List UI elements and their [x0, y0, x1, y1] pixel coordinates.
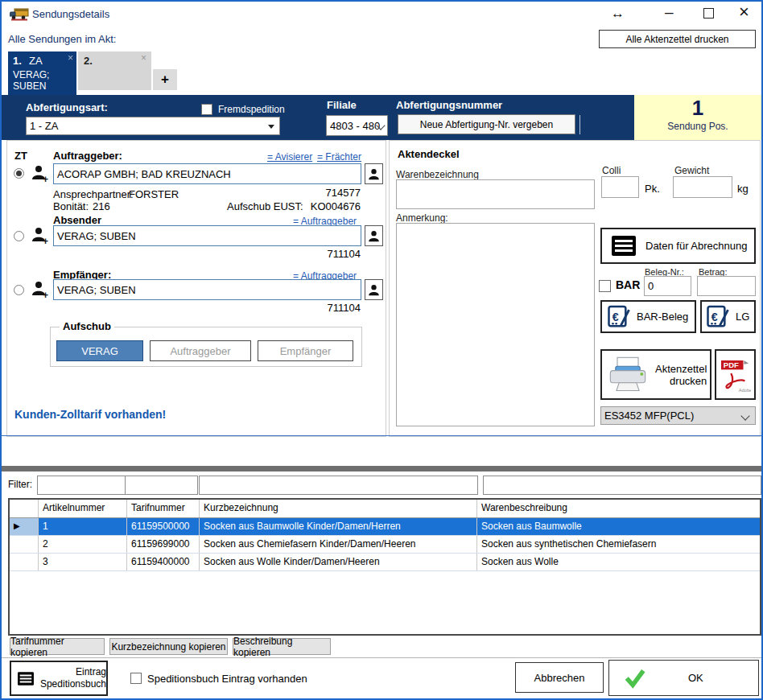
col-warenbeschreibung[interactable]: Warenbeschreibung — [477, 500, 760, 517]
printer-icon — [607, 356, 649, 394]
print-all-aktenzettel-button[interactable]: Alle Aktenzettel drucken — [599, 30, 756, 48]
tab1-close-icon[interactable]: × — [68, 52, 73, 64]
fraechter-link[interactable]: = Frächter — [317, 151, 361, 163]
svg-text:+: + — [43, 174, 48, 183]
absender-input[interactable] — [53, 225, 361, 246]
copy-beschreibung-button[interactable]: Beschreibung kopieren — [233, 638, 331, 655]
splitter[interactable] — [2, 466, 761, 471]
pos-label: Sendung Pos. — [634, 121, 761, 132]
lg-button[interactable]: € LG — [700, 300, 756, 333]
filiale-select[interactable]: 4803 - 480 — [326, 115, 388, 136]
eintrag-speditionsbuch-button[interactable]: Eintrag Speditionsbuch — [10, 661, 108, 696]
resize-horizontal-icon[interactable]: ↔ — [611, 6, 625, 22]
aufschub-auftraggeber-button[interactable]: Auftraggeber — [150, 340, 251, 361]
person-add-icon[interactable]: + — [31, 164, 50, 183]
empfaenger-contact-button[interactable] — [365, 279, 383, 300]
copy-tarifnummer-button[interactable]: Tarifnummer kopieren — [10, 638, 105, 655]
copy-kurzbezeichnung-button[interactable]: Kurzbezeichnung kopieren — [109, 638, 228, 655]
tab1-type: ZA — [29, 55, 43, 67]
filter-kurzbezeichnung-input[interactable] — [199, 476, 478, 495]
maximize-icon[interactable] — [703, 8, 714, 19]
betrag-input[interactable] — [697, 276, 756, 296]
cell-warenbeschreibung: Socken aus Baumwolle — [477, 518, 760, 535]
list-icon — [18, 669, 34, 688]
row-selector[interactable] — [10, 536, 39, 553]
colli-label: Colli — [602, 165, 621, 176]
row-selector[interactable] — [10, 554, 39, 570]
svg-text:€: € — [711, 311, 718, 323]
bonitaet-label: Bonität: — [53, 200, 89, 212]
tab1-line2: SUBEN — [13, 80, 46, 92]
tab2-close-icon[interactable]: × — [141, 52, 146, 64]
ok-button[interactable]: OK — [608, 660, 759, 696]
anmerkung-label: Anmerkung: — [396, 212, 448, 224]
empfaenger-input[interactable] — [53, 279, 361, 300]
beleg-nr-input[interactable] — [644, 276, 691, 296]
cell-artikelnummer: 3 — [39, 554, 127, 570]
bar-checkbox[interactable] — [599, 280, 611, 292]
col-artikelnummer[interactable]: Artikelnummer — [39, 500, 127, 517]
person-icon — [368, 167, 380, 181]
colli-input[interactable] — [601, 176, 639, 198]
svg-text:+: + — [43, 290, 48, 299]
gewicht-input[interactable] — [673, 176, 732, 198]
aufschub-verag-button[interactable]: VERAG — [56, 340, 143, 361]
tab2-number: 2. — [84, 55, 93, 67]
filter-label: Filter: — [8, 479, 32, 490]
shipment-tab-2[interactable]: 2. × — [78, 51, 151, 90]
absender-contact-button[interactable] — [365, 225, 383, 246]
table-row[interactable]: 2 61159699000 Socken aus Chemiefasern Ki… — [10, 536, 760, 554]
zt-radio-absender[interactable] — [14, 231, 24, 241]
pk-label: Pk. — [645, 183, 660, 195]
warenbezeichnung-input[interactable] — [396, 179, 595, 209]
pdf-button[interactable]: PDF Adobe — [715, 349, 756, 400]
printer-select[interactable]: ES3452 MFP(PCL) — [600, 406, 756, 425]
speditionsbuch-checkbox[interactable] — [130, 673, 142, 684]
sendungsdetails-window: Sendungsdetails ↔ – × Alle Sendungen im … — [0, 0, 763, 700]
abbrechen-button[interactable]: Abbrechen — [515, 662, 604, 693]
bar-beleg-button[interactable]: € BAR-Beleg — [600, 300, 696, 333]
aktenzettel-drucken-button[interactable]: Aktenzettel drucken — [600, 349, 711, 400]
daten-abrechnung-button[interactable]: Daten für Abrechnung — [600, 228, 756, 264]
zt-radio-empfaenger[interactable] — [14, 285, 24, 295]
table-row[interactable]: 3 61159400000 Socken aus Wolle Kinder/Da… — [10, 554, 760, 571]
col-tarifnummer[interactable]: Tarifnummer — [127, 500, 200, 517]
add-shipment-tab-button[interactable]: + — [153, 69, 177, 90]
aktenzettel-label-line2: drucken — [670, 375, 707, 387]
abfertigungsart-select[interactable]: 1 - ZA — [26, 117, 280, 135]
person-add-icon[interactable]: + — [31, 226, 50, 245]
aufschub-group-label: Aufschub — [60, 320, 114, 332]
lg-label: LG — [736, 311, 749, 323]
minimize-icon[interactable]: – — [665, 3, 674, 21]
bar-beleg-label: BAR-Beleg — [637, 311, 688, 323]
empfaenger-number: 711104 — [280, 302, 361, 314]
shipment-tab-1[interactable]: 1. ZA × VERAG; SUBEN — [8, 51, 76, 95]
ok-label: OK — [688, 672, 703, 684]
divider — [2, 657, 761, 658]
aufschub-empfaenger-button[interactable]: Empfänger — [258, 340, 353, 361]
cell-warenbeschreibung: Socken aus synthetischen Chemiefasern — [477, 536, 760, 553]
col-kurzbezeichnung[interactable]: Kurzbezeichnung — [200, 500, 477, 517]
anmerkung-input[interactable] — [396, 223, 595, 426]
speditionsbuch-checkbox-label: Speditionsbuch Eintrag vorhanden — [147, 673, 307, 685]
auftraggeber-input[interactable] — [53, 163, 361, 184]
kg-label: kg — [737, 183, 749, 195]
fremdspedition-label: Fremdspedition — [218, 104, 285, 115]
table-row[interactable]: ▶ 1 61159500000 Socken aus Baumwolle Kin… — [10, 518, 760, 536]
row-selector-header — [10, 500, 39, 517]
dropdown-arrow-icon — [268, 125, 274, 129]
filter-tarifnummer-input[interactable] — [125, 476, 198, 495]
filter-warenbeschreibung-input[interactable] — [483, 476, 761, 495]
person-add-icon[interactable]: + — [31, 280, 50, 299]
zt-radio-auftraggeber[interactable] — [14, 168, 24, 179]
cell-kurzbezeichnung: Socken aus Chemiefasern Kinder/Damen/Hee… — [200, 536, 477, 553]
gewicht-label: Gewicht — [674, 165, 709, 176]
close-icon[interactable]: × — [739, 2, 749, 23]
daten-abrechnung-label: Daten für Abrechnung — [645, 240, 747, 252]
auftraggeber-contact-button[interactable] — [365, 163, 383, 184]
list-icon — [612, 236, 636, 256]
filter-artikelnummer-input[interactable] — [37, 476, 126, 495]
person-icon — [368, 229, 380, 243]
fremdspedition-checkbox[interactable] — [201, 104, 212, 115]
avisierer-link[interactable]: = Avisierer — [267, 151, 312, 163]
